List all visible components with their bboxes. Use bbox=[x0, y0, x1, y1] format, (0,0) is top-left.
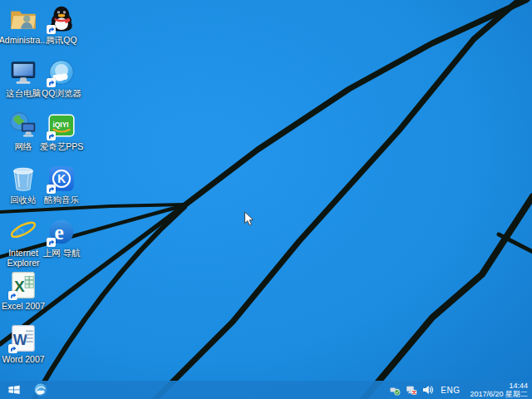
language-indicator[interactable]: ENG bbox=[439, 386, 461, 395]
mouse-cursor bbox=[244, 211, 254, 227]
shortcut-arrow-icon bbox=[47, 185, 56, 194]
start-button[interactable] bbox=[0, 381, 28, 399]
svg-text:e: e bbox=[55, 220, 64, 244]
desktop-icon-tencent-qq[interactable]: 腾讯QQ bbox=[35, 4, 88, 45]
icon-label: 酷狗音乐 bbox=[44, 195, 79, 204]
web-navigation-icon: e bbox=[47, 217, 76, 247]
svg-text:K: K bbox=[57, 173, 66, 185]
clock-date: 2017/6/20 星期二 bbox=[470, 390, 528, 398]
network-icon bbox=[8, 111, 38, 140]
svg-text:e: e bbox=[14, 219, 25, 245]
usb-safely-remove-icon[interactable] bbox=[389, 384, 401, 396]
clock-time: 14:44 bbox=[509, 382, 528, 390]
word-2007-icon: W bbox=[8, 323, 38, 353]
iqiyi-pps-icon: iQIYI bbox=[47, 111, 76, 140]
internet-explorer-icon: e bbox=[8, 217, 38, 247]
icon-label: QQ浏览器 bbox=[42, 88, 81, 98]
taskbar-app-qq-browser[interactable] bbox=[28, 381, 53, 399]
shortcut-arrow-icon bbox=[8, 291, 17, 300]
desktop-icon-iqiyi-pps[interactable]: iQIYI 爱奇艺PPS bbox=[35, 111, 88, 151]
icon-label: Excel 2007 bbox=[2, 301, 45, 311]
qq-browser-taskbar-icon bbox=[33, 382, 48, 397]
taskbar: ENG 14:44 2017/6/20 星期二 bbox=[0, 381, 532, 399]
desktop-icon-excel-2007[interactable]: X Excel 2007 bbox=[0, 270, 50, 311]
desktop-icon-web-navigation[interactable]: e 上网 导航 bbox=[35, 217, 88, 258]
shortcut-arrow-icon bbox=[47, 78, 56, 87]
recycle-bin-icon bbox=[8, 164, 38, 194]
system-tray: ENG 14:44 2017/6/20 星期二 bbox=[389, 382, 532, 398]
shortcut-arrow-icon bbox=[47, 131, 56, 140]
shortcut-arrow-icon bbox=[8, 344, 17, 353]
volume-icon[interactable] bbox=[422, 384, 434, 396]
windows-logo-icon bbox=[7, 383, 21, 397]
icon-label: 网络 bbox=[15, 141, 32, 151]
this-pc-icon bbox=[8, 57, 38, 87]
icon-label: 上网 导航 bbox=[43, 248, 81, 258]
qq-browser-icon bbox=[47, 57, 76, 87]
svg-text:iQIYI: iQIYI bbox=[52, 121, 68, 129]
icon-label: Word 2007 bbox=[2, 354, 44, 364]
tencent-qq-icon bbox=[47, 4, 76, 34]
desktop-icon-qq-browser[interactable]: QQ浏览器 bbox=[35, 57, 88, 98]
user-files-icon bbox=[8, 4, 38, 34]
icon-label: 腾讯QQ bbox=[46, 35, 76, 45]
kugou-music-icon: K bbox=[47, 164, 76, 194]
icon-label: 回收站 bbox=[10, 195, 37, 204]
excel-2007-icon: X bbox=[8, 270, 38, 300]
taskbar-clock[interactable]: 14:44 2017/6/20 星期二 bbox=[466, 382, 528, 398]
shortcut-arrow-icon bbox=[47, 238, 56, 247]
desktop-icon-kugou-music[interactable]: K 酷狗音乐 bbox=[35, 164, 88, 204]
network-disconnected-icon[interactable] bbox=[406, 384, 417, 396]
desktop-screen: Administra... 这台电脑 网络 bbox=[0, 0, 532, 399]
shortcut-arrow-icon bbox=[47, 25, 56, 34]
desktop-icon-word-2007[interactable]: W Word 2007 bbox=[0, 323, 50, 364]
icon-label: 爱奇艺PPS bbox=[40, 141, 84, 151]
